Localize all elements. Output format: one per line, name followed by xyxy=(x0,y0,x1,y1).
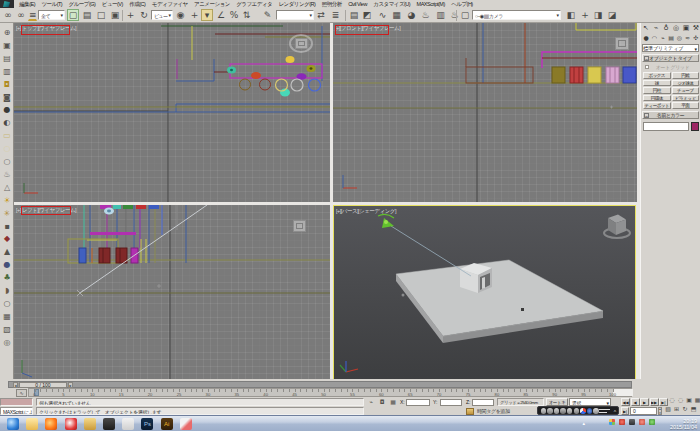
zoom-extents-all-icon[interactable]: ▦ xyxy=(694,396,700,404)
time-slider[interactable]: ◂ 0 / 100 ▸ xyxy=(8,381,632,388)
object-type-button[interactable]: 円環体 xyxy=(643,95,671,102)
firefox-icon[interactable] xyxy=(45,418,57,430)
edit-named-selections-button[interactable]: ✎ xyxy=(261,9,274,21)
blue-sphere-icon[interactable]: ● xyxy=(1,259,13,271)
shell-icon[interactable]: ◗ xyxy=(1,285,13,297)
object-type-button[interactable]: 球 xyxy=(643,80,671,87)
menu-item[interactable]: 照明分析 xyxy=(319,0,345,8)
dock-app-icon[interactable] xyxy=(580,408,586,414)
percent-snap-button[interactable]: % xyxy=(228,9,240,21)
red-swirl-icon[interactable] xyxy=(65,418,77,430)
cube-tool-icon[interactable]: ▪ xyxy=(1,221,13,233)
z-coord-field[interactable] xyxy=(472,399,494,407)
camera-tool-icon[interactable]: ◙ xyxy=(1,92,13,104)
maxscript-listener-pink[interactable] xyxy=(0,398,33,406)
dock-app-icon[interactable] xyxy=(554,408,560,414)
spacewarps-category[interactable]: ≈ xyxy=(683,34,691,42)
hierarchy-tab[interactable]: ♁ xyxy=(661,24,671,33)
selection-lock-icon[interactable]: ◘ xyxy=(378,398,386,406)
grid-table-icon[interactable]: ▦ xyxy=(1,311,13,323)
time-slider-next-arrow[interactable]: ▸ xyxy=(68,382,73,388)
bind-to-space-warp-icon[interactable]: ≡ xyxy=(28,9,37,21)
dock-collapse-icon[interactable]: ^ xyxy=(614,409,616,415)
sun-icon[interactable]: ☀ xyxy=(1,195,13,207)
dock-app-icon[interactable] xyxy=(541,408,547,414)
zoom-extents-icon[interactable]: ▣ xyxy=(685,396,693,404)
unlink-selection-icon[interactable]: ∞ xyxy=(15,9,27,21)
pen-tool-icon[interactable] xyxy=(180,418,192,430)
add-to-scene-button[interactable]: + xyxy=(579,9,591,21)
green-tray-icon[interactable] xyxy=(649,419,655,425)
windows-flag-icon[interactable] xyxy=(609,419,615,425)
selection-set-dropdown[interactable]: 選択 ▾ xyxy=(569,398,611,406)
systems-category[interactable]: ✣ xyxy=(692,34,700,42)
menu-item[interactable]: モディファイヤ xyxy=(149,0,191,8)
isolate-selection-icon[interactable]: ▢ xyxy=(459,9,471,21)
menu-item[interactable]: ツール(T) xyxy=(38,0,65,8)
object-type-button[interactable]: ピラミッド xyxy=(672,95,700,102)
reference-coordinate-combo[interactable]: ビュー▾ xyxy=(151,10,173,20)
lights-category[interactable]: ⌁ xyxy=(659,34,667,42)
schematic-view-button[interactable]: ▦ xyxy=(390,9,403,21)
key-mode-toggle[interactable]: ▶| xyxy=(621,407,629,415)
pyramid-tool-icon[interactable]: ▲ xyxy=(1,246,13,258)
manage-links-button[interactable]: ◪ xyxy=(606,9,618,21)
menu-item[interactable]: 編集(E) xyxy=(16,0,38,8)
window-icon[interactable]: ▣ xyxy=(1,40,13,52)
rectangle-tool-icon[interactable]: ▭ xyxy=(1,130,13,142)
graphite-ribbon-button[interactable]: ◩ xyxy=(361,9,373,21)
menu-item[interactable]: グループ(G) xyxy=(65,0,98,8)
dock-app-icon[interactable] xyxy=(574,408,580,414)
object-type-button[interactable]: 円柱 xyxy=(643,87,671,94)
object-type-button[interactable]: ティーポット xyxy=(643,102,671,109)
illustrator-icon[interactable]: Ai xyxy=(161,418,173,430)
target-icon[interactable]: ◎ xyxy=(1,337,13,349)
select-and-manipulate-button[interactable]: + xyxy=(189,9,200,21)
shaded-sphere-icon[interactable]: ◐ xyxy=(1,117,13,129)
window-crossing-toggle[interactable]: ▣ xyxy=(109,9,121,21)
track-bar[interactable]: 0510152025303540455055606570758085909510… xyxy=(28,388,632,397)
scene-filter-combo[interactable]: ○–◉▦ カメラ▾ xyxy=(472,10,561,20)
go-to-start-button[interactable]: ◀◀ xyxy=(621,398,630,406)
cameras-category[interactable]: ▤ xyxy=(667,34,675,42)
render-setup-button[interactable]: ♨ xyxy=(419,9,432,21)
menu-item[interactable]: 作成(C) xyxy=(126,0,149,8)
menu-item[interactable]: カスタマイズ(U) xyxy=(370,0,413,8)
motion-tab[interactable]: ◎ xyxy=(671,24,681,33)
previous-frame-button[interactable]: ◀ xyxy=(631,398,640,406)
rotate-button[interactable]: ↻ xyxy=(138,9,150,21)
layer-manager-button[interactable]: ▤ xyxy=(348,9,360,21)
object-name-field[interactable] xyxy=(643,122,689,131)
object-color-swatch[interactable] xyxy=(691,122,699,131)
display-tab[interactable]: ▣ xyxy=(681,24,691,33)
utilities-tab[interactable]: ⚒ xyxy=(691,24,700,33)
object-type-button[interactable]: チューブ xyxy=(672,87,700,94)
monitor-icon[interactable]: ▥ xyxy=(1,66,13,78)
mirror-button[interactable]: ⇄ xyxy=(315,9,327,21)
cone-tool-icon[interactable]: △ xyxy=(1,182,13,194)
select-object-button[interactable]: ▢ xyxy=(67,9,79,21)
shapes-category[interactable]: ◠ xyxy=(650,34,658,42)
spinner-snap-button[interactable]: ⇅ xyxy=(241,9,252,21)
dock-app-icon[interactable] xyxy=(587,408,593,414)
gray-sphere-icon[interactable]: ○ xyxy=(1,298,13,310)
name-color-rollout[interactable]: − 名前とカラー xyxy=(642,111,699,119)
rendered-frame-window-button[interactable]: ▥ xyxy=(434,9,447,21)
menu-item[interactable]: レンダリング(R) xyxy=(275,0,318,8)
primitive-type-dropdown[interactable]: 標準プリミティブ ▾ xyxy=(642,44,699,52)
dock-app-icon[interactable] xyxy=(547,408,553,414)
select-and-link-icon[interactable]: ∞ xyxy=(2,9,14,21)
viewport-perspective[interactable]: [+][パース][シェーディング] xyxy=(333,205,636,401)
security-tray-icon[interactable] xyxy=(619,419,625,425)
browser-globe-icon[interactable] xyxy=(7,418,19,430)
time-slider-handle[interactable]: 0 / 100 xyxy=(19,382,67,388)
ellipse-tool-icon[interactable]: ○ xyxy=(1,143,13,155)
mini-curve-editor-button[interactable]: ∿ xyxy=(16,389,27,397)
menu-item[interactable]: ビュー(V) xyxy=(99,0,126,8)
object-type-button[interactable]: 円錐 xyxy=(672,72,700,79)
curve-editor-button[interactable]: ∿ xyxy=(376,9,389,21)
align-button[interactable]: ≣ xyxy=(329,9,342,21)
update-tray-icon[interactable] xyxy=(639,419,645,425)
absolute-mode-icon[interactable]: ▦ xyxy=(389,398,397,406)
geometry-category[interactable]: ● xyxy=(642,34,650,42)
